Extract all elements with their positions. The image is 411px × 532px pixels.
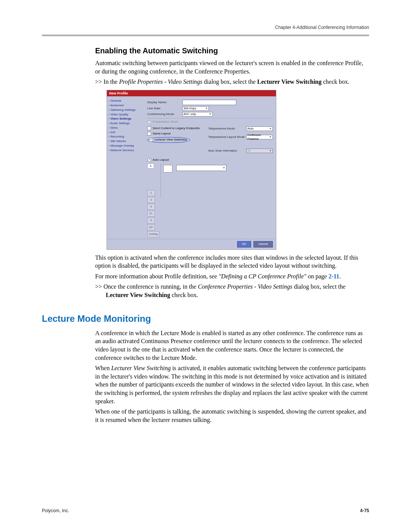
running-header: Chapter 4-Additional Conferencing Inform… [42,24,369,34]
heading-lecture-mode-monitoring: Lecture Mode Monitoring [42,313,369,325]
layout-button-overlay[interactable]: Overlay [147,231,159,237]
send-content-label: Send Content to Legacy Endpoints [153,126,200,131]
step-conference-properties: >> Once the conference is running, in th… [106,283,369,299]
conferencing-mode-label: Conferencing Mode: [147,112,182,117]
nav-item-skins[interactable]: Skins [108,126,143,130]
nav-item-recording[interactable]: Recording [108,135,143,139]
nav-item-video-quality[interactable]: Video Quality [108,113,143,117]
presentation-mode-label: Presentation Mode [153,120,178,124]
header-rule [42,34,369,37]
nav-item-general[interactable]: General [108,99,143,103]
same-layout-checkbox[interactable] [147,132,151,136]
layout-button-1[interactable]: 1 [147,163,154,169]
nav-item-gathering-settings[interactable]: Gathering Settings [108,108,143,112]
profile-properties-dialog: New Profile General Advanced Gathering S… [107,90,276,250]
line-rate-label: Line Rate: [147,107,182,111]
nav-item-ivr[interactable]: IVR [108,131,143,135]
chevron-down-icon: ▼ [269,127,272,130]
lecturer-view-switching-annotation: Lecturer View Switching [147,137,190,143]
telepresence-mode-select[interactable]: Auto▼ [246,126,273,131]
chevron-down-icon: ▼ [269,149,272,152]
telepresence-layout-mode-label: Telepresence Layout Mode: [208,135,246,139]
layout-button-10plus[interactable]: 10+ [147,224,155,230]
auto-layout-label: Auto Layout [153,158,169,162]
dialog-title: New Profile [107,90,276,96]
layout-button-3[interactable]: 3 [147,197,155,203]
para-profile-definition: For more information about Profile defin… [95,272,369,281]
para-lmm-3: When one of the participants is talking,… [95,407,369,424]
layout-button-5plus[interactable]: 5+ [147,211,155,217]
nav-item-advanced[interactable]: Advanced [108,104,143,108]
para-lmm-2: When Lecturer View Switching is activate… [95,364,369,405]
nav-item-site-names[interactable]: Site Names [108,139,143,144]
xref-2-11[interactable]: 2-11 [328,273,339,280]
para-lmm-1: A conference in which the Lecture Mode i… [95,329,369,362]
nav-item-message-overlay[interactable]: Message Overlay [108,144,143,148]
lecturer-view-switching-checkbox[interactable] [149,138,153,142]
auto-scan-interval-select: 10▼ [246,149,273,153]
layout-preview: ▼ [161,163,249,198]
layout-button-2[interactable]: 2 [147,190,155,196]
line-rate-select[interactable]: 384 Kbps▼ [182,106,209,111]
dialog-nav: General Advanced Gathering Settings Vide… [107,96,144,239]
para-intro: Automatic switching between participants… [95,59,369,75]
presentation-mode-checkbox [147,120,151,124]
cancel-button[interactable]: Cancel [253,241,273,248]
layout-variant-select[interactable]: ▼ [176,165,226,171]
nav-item-network-services[interactable]: Network Services [108,149,143,153]
chevron-down-icon: ▼ [209,112,212,116]
lecturer-view-switching-label: Lecturer View Switching [155,138,187,141]
para-option-activated: This option is activated when the confer… [95,254,369,270]
auto-layout-checkbox[interactable] [147,158,151,162]
auto-scan-interval-label: Auto Scan Interval(s): [208,149,246,153]
telepresence-layout-mode-select[interactable]: Continuous Presence▼ [246,135,273,139]
send-content-checkbox[interactable] [147,126,151,130]
chevron-down-icon: ▼ [205,107,208,110]
telepresence-mode-label: Telepresence Mode: [208,127,246,131]
layout-panel: 1 2 3 4 5+ 9 10+ Overlay ▼ [147,163,273,237]
display-name-input[interactable] [182,100,236,105]
layout-button-9[interactable]: 9 [147,217,155,224]
heading-enabling-automatic-switching: Enabling the Automatic Switching [95,46,369,56]
ok-button[interactable]: OK [237,241,252,248]
display-name-label: Display Name: [147,101,182,105]
step-profile-properties: >> In the Profile Properties - Video Set… [106,78,369,86]
conferencing-mode-select[interactable]: AVC only▼ [182,112,213,117]
chevron-down-icon: ▼ [223,166,226,169]
footer-page-number: 4-75 [360,508,369,514]
chevron-down-icon: ▼ [269,135,272,139]
nav-item-audio-settings[interactable]: Audio Settings [108,121,143,126]
nav-item-video-settings[interactable]: Video Settings [108,117,143,121]
layout-button-4[interactable]: 4 [147,204,155,210]
footer-company: Polycom, Inc. [42,508,69,514]
layout-thumbnail [163,165,172,173]
same-layout-label: Same Layout [153,132,170,136]
